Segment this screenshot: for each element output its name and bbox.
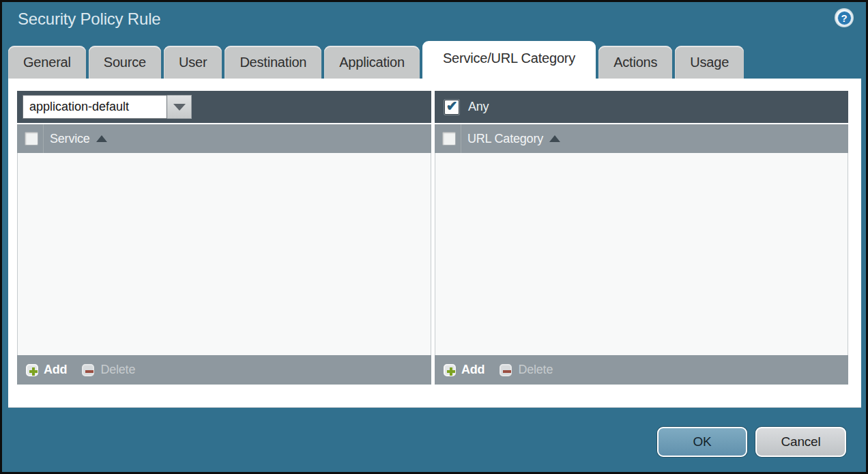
service-column-header-row: Service <box>17 124 431 153</box>
service-panel-footer: Add Delete <box>17 355 431 385</box>
any-checkbox[interactable]: ✔ <box>444 100 459 115</box>
service-column-header[interactable]: Service <box>50 132 90 146</box>
ok-button[interactable]: OK <box>657 427 747 457</box>
service-panel: Service Add Delete <box>17 91 431 385</box>
tab-content: Service Add Delete ✔ Any <box>8 79 861 408</box>
column-divider <box>461 124 461 153</box>
url-category-delete-button[interactable]: Delete <box>500 363 553 377</box>
security-policy-rule-dialog: Security Policy Rule ? General Source Us… <box>0 0 868 474</box>
chevron-down-icon <box>173 104 186 111</box>
service-delete-button[interactable]: Delete <box>82 363 135 377</box>
tab-user[interactable]: User <box>164 46 222 79</box>
url-category-list[interactable] <box>435 153 848 355</box>
tab-service-url-category[interactable]: Service/URL Category <box>422 41 596 79</box>
tab-bar: General Source User Destination Applicat… <box>8 42 744 79</box>
url-category-add-button[interactable]: Add <box>444 363 484 377</box>
any-bar: ✔ Any <box>435 91 848 123</box>
checkmark-icon: ✔ <box>446 99 458 113</box>
cancel-button[interactable]: Cancel <box>755 427 846 457</box>
question-mark-icon: ? <box>837 11 852 25</box>
tab-usage[interactable]: Usage <box>675 46 744 79</box>
service-type-combobox <box>23 95 192 119</box>
sort-ascending-icon <box>549 135 560 142</box>
tab-general[interactable]: General <box>8 46 86 79</box>
help-icon[interactable]: ? <box>835 8 854 27</box>
plus-icon <box>444 364 456 376</box>
url-category-column-header[interactable]: URL Category <box>467 132 543 146</box>
tab-actions[interactable]: Actions <box>598 46 672 79</box>
minus-icon <box>82 364 94 376</box>
plus-icon <box>26 364 38 376</box>
tab-source[interactable]: Source <box>89 46 161 79</box>
service-add-button[interactable]: Add <box>26 363 67 377</box>
service-type-bar <box>17 91 431 123</box>
tab-destination[interactable]: Destination <box>225 46 321 79</box>
any-label: Any <box>468 100 489 114</box>
tab-application[interactable]: Application <box>324 46 420 79</box>
dialog-title: Security Policy Rule <box>18 10 160 29</box>
service-type-input[interactable] <box>23 95 167 119</box>
column-divider <box>43 124 44 153</box>
url-category-column-header-row: URL Category <box>435 124 848 153</box>
service-select-all-checkbox[interactable] <box>25 132 38 145</box>
sort-ascending-icon <box>96 135 107 142</box>
service-type-dropdown-button[interactable] <box>167 95 192 119</box>
url-category-panel-footer: Add Delete <box>435 355 848 385</box>
url-category-select-all-checkbox[interactable] <box>442 132 456 145</box>
service-list[interactable] <box>17 153 431 355</box>
url-category-panel: ✔ Any URL Category Add Delete <box>435 91 848 385</box>
minus-icon <box>500 364 512 376</box>
